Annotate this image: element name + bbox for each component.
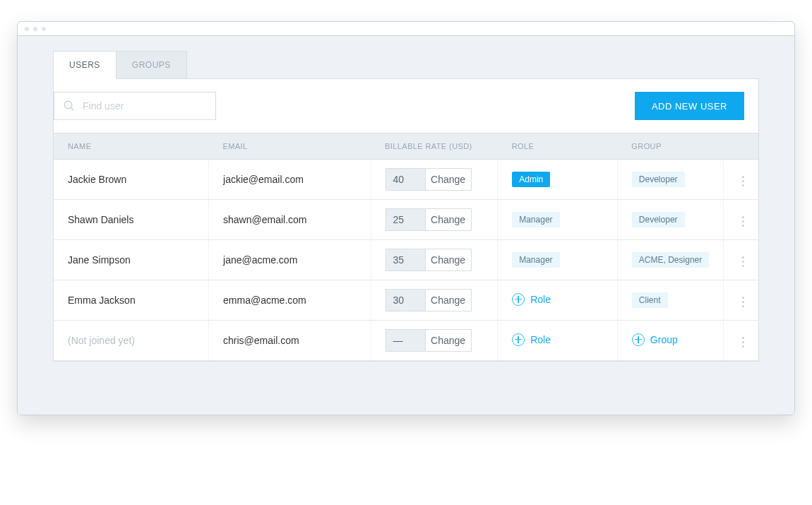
group-badge[interactable]: Developer (632, 172, 685, 187)
rate-group: 25Change (386, 208, 472, 231)
rate-value: 35 (386, 249, 426, 271)
cell-name: Shawn Daniels (54, 200, 209, 240)
search-input[interactable] (83, 100, 207, 112)
cell-role: Role (498, 321, 618, 361)
tab-users[interactable]: USERS (53, 51, 117, 79)
rate-change-button[interactable]: Change (426, 330, 471, 351)
cell-actions (723, 280, 758, 321)
cell-actions (723, 240, 758, 280)
cell-rate: 40Change (371, 160, 498, 200)
tab-groups[interactable]: GROUPS (117, 51, 187, 79)
svg-point-0 (64, 101, 72, 109)
svg-line-1 (71, 107, 73, 110)
role-badge[interactable]: Manager (512, 252, 559, 268)
cell-actions (723, 200, 758, 240)
rate-value: 40 (386, 169, 426, 190)
rate-value: 25 (386, 209, 426, 230)
cell-group: ACME, Designer (617, 240, 723, 280)
rate-change-button[interactable]: Change (426, 249, 471, 271)
row-menu-icon[interactable] (738, 252, 748, 271)
cell-group: Client (617, 280, 723, 321)
row-menu-icon[interactable] (738, 212, 748, 231)
cell-rate: 35Change (371, 240, 498, 280)
rate-change-button[interactable]: Change (426, 290, 471, 311)
rate-group: 30Change (386, 289, 472, 311)
rate-group: 35Change (386, 249, 472, 271)
cell-rate: 30Change (371, 280, 498, 321)
table-row: Jackie Brownjackie@email.com40ChangeAdmi… (54, 160, 758, 200)
toolbar: ADD NEW USER (54, 79, 758, 133)
rate-value: 30 (386, 290, 426, 311)
users-panel: ADD NEW USER NAME EMAIL BILLABLE RATE (U… (53, 78, 759, 362)
table-row: Jane Simpsonjane@acme.com35ChangeManager… (54, 240, 758, 280)
app-window: USERS GROUPS ADD NEW USER NAME EMAIL (17, 21, 795, 415)
plus-icon (632, 333, 645, 346)
cell-email: chris@email.com (209, 321, 371, 361)
row-menu-icon[interactable] (738, 292, 748, 311)
plus-icon (512, 333, 525, 346)
cell-name: Emma Jackson (54, 280, 209, 321)
search-box[interactable] (54, 92, 216, 120)
cell-role: Manager (498, 240, 618, 280)
cell-name: (Not joined yet) (54, 321, 209, 361)
group-badge[interactable]: Client (632, 292, 668, 308)
col-group: GROUP (617, 133, 723, 160)
rate-group: 40Change (386, 168, 472, 191)
col-name: NAME (54, 133, 209, 160)
cell-actions (723, 160, 758, 200)
cell-email: emma@acme.com (209, 280, 371, 321)
cell-rate: 25Change (371, 200, 498, 240)
traffic-light-dot (42, 27, 46, 31)
table-row: (Not joined yet)chris@email.com—ChangeRo… (54, 321, 758, 361)
rate-change-button[interactable]: Change (426, 169, 471, 190)
table-row: Shawn Danielsshawn@email.com25ChangeMana… (54, 200, 758, 240)
cell-name: Jane Simpson (54, 240, 209, 280)
role-badge[interactable]: Manager (512, 212, 559, 227)
col-actions (723, 133, 758, 160)
rate-change-button[interactable]: Change (426, 209, 471, 230)
row-menu-icon[interactable] (738, 172, 748, 191)
cell-actions (723, 321, 758, 361)
add-role-button[interactable]: Role (512, 293, 551, 306)
rate-group: —Change (386, 329, 472, 352)
cell-name: Jackie Brown (54, 160, 209, 200)
search-icon (63, 100, 76, 112)
cell-role: Admin (498, 160, 618, 200)
plus-icon (512, 293, 525, 306)
add-group-button[interactable]: Group (632, 333, 678, 346)
group-badge[interactable]: Developer (632, 212, 685, 227)
content-area: USERS GROUPS ADD NEW USER NAME EMAIL (18, 36, 794, 415)
window-titlebar (18, 22, 794, 36)
add-role-button[interactable]: Role (512, 333, 551, 346)
col-email: EMAIL (209, 133, 371, 160)
cell-role: Role (498, 280, 618, 321)
group-badge[interactable]: ACME, Designer (632, 252, 709, 268)
tab-bar: USERS GROUPS (53, 51, 759, 79)
cell-role: Manager (498, 200, 618, 240)
traffic-light-dot (33, 27, 37, 31)
cell-email: shawn@email.com (209, 200, 371, 240)
col-role: ROLE (498, 133, 618, 160)
role-badge[interactable]: Admin (512, 172, 550, 187)
add-role-label: Role (530, 294, 551, 305)
add-new-user-button[interactable]: ADD NEW USER (635, 92, 744, 120)
cell-email: jackie@email.com (209, 160, 371, 200)
users-table: NAME EMAIL BILLABLE RATE (USD) ROLE GROU… (54, 133, 758, 361)
table-row: Emma Jacksonemma@acme.com30ChangeRoleCli… (54, 280, 758, 321)
cell-rate: —Change (371, 321, 498, 361)
col-rate: BILLABLE RATE (USD) (371, 133, 498, 160)
rate-value: — (386, 330, 426, 351)
cell-email: jane@acme.com (209, 240, 371, 280)
add-group-label: Group (650, 334, 678, 345)
row-menu-icon[interactable] (738, 333, 748, 352)
cell-group: Group (617, 321, 723, 361)
add-role-label: Role (530, 334, 551, 345)
cell-group: Developer (617, 160, 723, 200)
cell-group: Developer (617, 200, 723, 240)
traffic-light-dot (25, 27, 29, 31)
